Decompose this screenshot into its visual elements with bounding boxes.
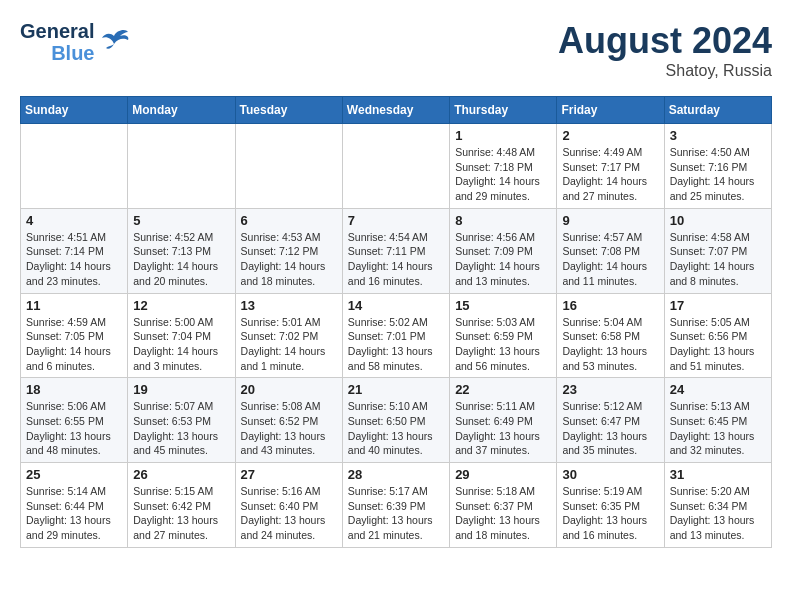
week-row-1: 1Sunrise: 4:48 AM Sunset: 7:18 PM Daylig…: [21, 124, 772, 209]
day-number: 5: [133, 213, 229, 228]
calendar-cell: 7Sunrise: 4:54 AM Sunset: 7:11 PM Daylig…: [342, 208, 449, 293]
logo-bird-icon: [98, 28, 130, 56]
calendar-cell: 18Sunrise: 5:06 AM Sunset: 6:55 PM Dayli…: [21, 378, 128, 463]
day-info: Sunrise: 4:57 AM Sunset: 7:08 PM Dayligh…: [562, 230, 658, 289]
day-info: Sunrise: 5:03 AM Sunset: 6:59 PM Dayligh…: [455, 315, 551, 374]
calendar-cell: 31Sunrise: 5:20 AM Sunset: 6:34 PM Dayli…: [664, 463, 771, 548]
calendar-cell: 23Sunrise: 5:12 AM Sunset: 6:47 PM Dayli…: [557, 378, 664, 463]
day-number: 25: [26, 467, 122, 482]
day-info: Sunrise: 5:07 AM Sunset: 6:53 PM Dayligh…: [133, 399, 229, 458]
calendar-cell: 19Sunrise: 5:07 AM Sunset: 6:53 PM Dayli…: [128, 378, 235, 463]
calendar-cell: 30Sunrise: 5:19 AM Sunset: 6:35 PM Dayli…: [557, 463, 664, 548]
calendar-cell: 11Sunrise: 4:59 AM Sunset: 7:05 PM Dayli…: [21, 293, 128, 378]
day-number: 15: [455, 298, 551, 313]
day-number: 26: [133, 467, 229, 482]
weekday-header-thursday: Thursday: [450, 97, 557, 124]
day-info: Sunrise: 5:13 AM Sunset: 6:45 PM Dayligh…: [670, 399, 766, 458]
calendar-cell: 29Sunrise: 5:18 AM Sunset: 6:37 PM Dayli…: [450, 463, 557, 548]
calendar-cell: 6Sunrise: 4:53 AM Sunset: 7:12 PM Daylig…: [235, 208, 342, 293]
calendar-cell: 21Sunrise: 5:10 AM Sunset: 6:50 PM Dayli…: [342, 378, 449, 463]
calendar-cell: [235, 124, 342, 209]
calendar-cell: 4Sunrise: 4:51 AM Sunset: 7:14 PM Daylig…: [21, 208, 128, 293]
day-number: 19: [133, 382, 229, 397]
day-info: Sunrise: 5:18 AM Sunset: 6:37 PM Dayligh…: [455, 484, 551, 543]
day-number: 29: [455, 467, 551, 482]
calendar-cell: 25Sunrise: 5:14 AM Sunset: 6:44 PM Dayli…: [21, 463, 128, 548]
day-number: 12: [133, 298, 229, 313]
weekday-header-saturday: Saturday: [664, 97, 771, 124]
calendar-cell: 14Sunrise: 5:02 AM Sunset: 7:01 PM Dayli…: [342, 293, 449, 378]
day-number: 20: [241, 382, 337, 397]
calendar-cell: 17Sunrise: 5:05 AM Sunset: 6:56 PM Dayli…: [664, 293, 771, 378]
logo-line2: Blue: [51, 42, 94, 64]
page-header: General Blue August 2024 Shatoy, Russia: [20, 20, 772, 80]
calendar-cell: 9Sunrise: 4:57 AM Sunset: 7:08 PM Daylig…: [557, 208, 664, 293]
day-number: 3: [670, 128, 766, 143]
day-info: Sunrise: 5:06 AM Sunset: 6:55 PM Dayligh…: [26, 399, 122, 458]
calendar-cell: 15Sunrise: 5:03 AM Sunset: 6:59 PM Dayli…: [450, 293, 557, 378]
calendar-cell: 5Sunrise: 4:52 AM Sunset: 7:13 PM Daylig…: [128, 208, 235, 293]
day-number: 7: [348, 213, 444, 228]
day-info: Sunrise: 4:50 AM Sunset: 7:16 PM Dayligh…: [670, 145, 766, 204]
day-info: Sunrise: 5:20 AM Sunset: 6:34 PM Dayligh…: [670, 484, 766, 543]
day-info: Sunrise: 4:53 AM Sunset: 7:12 PM Dayligh…: [241, 230, 337, 289]
day-number: 8: [455, 213, 551, 228]
calendar-table: SundayMondayTuesdayWednesdayThursdayFrid…: [20, 96, 772, 548]
day-info: Sunrise: 5:01 AM Sunset: 7:02 PM Dayligh…: [241, 315, 337, 374]
day-info: Sunrise: 5:17 AM Sunset: 6:39 PM Dayligh…: [348, 484, 444, 543]
day-number: 22: [455, 382, 551, 397]
logo-line1: General: [20, 20, 94, 42]
day-number: 17: [670, 298, 766, 313]
weekday-header-sunday: Sunday: [21, 97, 128, 124]
calendar-cell: [21, 124, 128, 209]
day-number: 13: [241, 298, 337, 313]
day-number: 23: [562, 382, 658, 397]
day-info: Sunrise: 4:52 AM Sunset: 7:13 PM Dayligh…: [133, 230, 229, 289]
calendar-cell: 22Sunrise: 5:11 AM Sunset: 6:49 PM Dayli…: [450, 378, 557, 463]
day-number: 18: [26, 382, 122, 397]
day-info: Sunrise: 5:19 AM Sunset: 6:35 PM Dayligh…: [562, 484, 658, 543]
calendar-cell: [128, 124, 235, 209]
logo: General Blue: [20, 20, 130, 64]
day-number: 24: [670, 382, 766, 397]
calendar-cell: 13Sunrise: 5:01 AM Sunset: 7:02 PM Dayli…: [235, 293, 342, 378]
day-number: 9: [562, 213, 658, 228]
day-number: 6: [241, 213, 337, 228]
day-info: Sunrise: 5:05 AM Sunset: 6:56 PM Dayligh…: [670, 315, 766, 374]
day-number: 2: [562, 128, 658, 143]
location-subtitle: Shatoy, Russia: [558, 62, 772, 80]
week-row-2: 4Sunrise: 4:51 AM Sunset: 7:14 PM Daylig…: [21, 208, 772, 293]
day-info: Sunrise: 5:08 AM Sunset: 6:52 PM Dayligh…: [241, 399, 337, 458]
weekday-header-row: SundayMondayTuesdayWednesdayThursdayFrid…: [21, 97, 772, 124]
week-row-3: 11Sunrise: 4:59 AM Sunset: 7:05 PM Dayli…: [21, 293, 772, 378]
day-info: Sunrise: 4:51 AM Sunset: 7:14 PM Dayligh…: [26, 230, 122, 289]
day-number: 28: [348, 467, 444, 482]
week-row-5: 25Sunrise: 5:14 AM Sunset: 6:44 PM Dayli…: [21, 463, 772, 548]
calendar-cell: 24Sunrise: 5:13 AM Sunset: 6:45 PM Dayli…: [664, 378, 771, 463]
day-info: Sunrise: 4:56 AM Sunset: 7:09 PM Dayligh…: [455, 230, 551, 289]
day-number: 31: [670, 467, 766, 482]
month-year-title: August 2024: [558, 20, 772, 62]
calendar-cell: [342, 124, 449, 209]
calendar-cell: 2Sunrise: 4:49 AM Sunset: 7:17 PM Daylig…: [557, 124, 664, 209]
day-info: Sunrise: 5:12 AM Sunset: 6:47 PM Dayligh…: [562, 399, 658, 458]
day-info: Sunrise: 5:14 AM Sunset: 6:44 PM Dayligh…: [26, 484, 122, 543]
calendar-cell: 27Sunrise: 5:16 AM Sunset: 6:40 PM Dayli…: [235, 463, 342, 548]
day-info: Sunrise: 4:48 AM Sunset: 7:18 PM Dayligh…: [455, 145, 551, 204]
calendar-cell: 12Sunrise: 5:00 AM Sunset: 7:04 PM Dayli…: [128, 293, 235, 378]
day-number: 27: [241, 467, 337, 482]
calendar-cell: 26Sunrise: 5:15 AM Sunset: 6:42 PM Dayli…: [128, 463, 235, 548]
day-number: 30: [562, 467, 658, 482]
calendar-cell: 8Sunrise: 4:56 AM Sunset: 7:09 PM Daylig…: [450, 208, 557, 293]
day-info: Sunrise: 5:11 AM Sunset: 6:49 PM Dayligh…: [455, 399, 551, 458]
calendar-cell: 28Sunrise: 5:17 AM Sunset: 6:39 PM Dayli…: [342, 463, 449, 548]
day-info: Sunrise: 5:04 AM Sunset: 6:58 PM Dayligh…: [562, 315, 658, 374]
weekday-header-tuesday: Tuesday: [235, 97, 342, 124]
day-info: Sunrise: 4:58 AM Sunset: 7:07 PM Dayligh…: [670, 230, 766, 289]
day-number: 4: [26, 213, 122, 228]
day-info: Sunrise: 4:49 AM Sunset: 7:17 PM Dayligh…: [562, 145, 658, 204]
day-number: 1: [455, 128, 551, 143]
weekday-header-monday: Monday: [128, 97, 235, 124]
weekday-header-friday: Friday: [557, 97, 664, 124]
day-info: Sunrise: 4:54 AM Sunset: 7:11 PM Dayligh…: [348, 230, 444, 289]
